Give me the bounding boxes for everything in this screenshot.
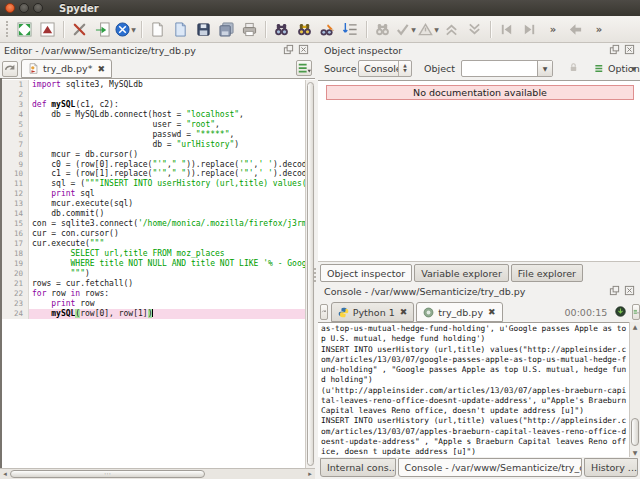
code-text: def mySQL(c1, c2): — [29, 100, 305, 110]
scrollbar-thumb[interactable]: ⋯ — [10, 470, 205, 478]
close-panel-icon[interactable] — [298, 44, 309, 55]
dock-tab-object-inspector[interactable]: Object inspector — [320, 264, 412, 282]
todo-list-icon: ▼ — [395, 19, 416, 40]
console-output-line: Capital leaves Reno office, doesn't upda… — [321, 406, 637, 416]
lock-icon[interactable] — [568, 62, 582, 76]
code-editor[interactable]: 1import sqlite3, MySQLdb23def mySQL(c1, … — [0, 78, 315, 468]
fix-indentation-icon[interactable] — [340, 19, 361, 40]
code-line[interactable]: 3def mySQL(c1, c2): — [0, 100, 305, 110]
new-file-icon[interactable] — [147, 19, 168, 40]
last-edit-location-icon — [496, 19, 517, 40]
find-icon[interactable] — [271, 19, 292, 40]
dock-tab-file-explorer[interactable]: File explorer — [511, 264, 583, 282]
editor-panel-title: Editor - /var/www/Semanticize/try_db.py — [4, 45, 196, 56]
code-line[interactable]: 10 c1 = (row[1].replace("'"," ")).replac… — [0, 169, 305, 179]
browse-tabs-icon[interactable] — [2, 61, 18, 77]
replace-icon[interactable] — [317, 19, 338, 40]
source-combobox[interactable]: Console ▲▼ — [358, 60, 412, 77]
code-line[interactable]: 8 mcur = db.cursor() — [0, 150, 305, 160]
dock-tab-variable-explorer[interactable]: Variable explorer — [414, 264, 509, 282]
scroll-down-icon[interactable]: ▼ — [630, 448, 640, 457]
print-icon[interactable] — [239, 19, 260, 40]
browse-tabs-icon[interactable] — [320, 304, 328, 320]
close-panel-icon[interactable] — [624, 44, 635, 55]
object-combobox[interactable]: ▼ — [461, 60, 553, 77]
code-line[interactable]: 14 db.commit() — [0, 209, 305, 219]
search-disabled-icon — [372, 19, 393, 40]
code-line[interactable]: 11 sql = ("""INSERT INTO userHistory (ur… — [0, 179, 305, 189]
scroll-up-icon[interactable]: ▲ — [630, 322, 640, 331]
options-lines-icon[interactable] — [594, 63, 605, 74]
dropdown-arrow-icon[interactable]: ▼ — [537, 61, 552, 76]
overflow-icon[interactable]: » — [588, 19, 609, 40]
code-line[interactable]: 5 user = "root", — [0, 120, 305, 130]
scroll-left-icon[interactable]: ◂ — [0, 469, 10, 479]
code-text: con = sqlite3.connect('/home/monica/.moz… — [29, 219, 305, 229]
maximize-pane-icon[interactable] — [14, 19, 35, 40]
console-tab-try_db-py[interactable]: try_db.py✖ — [416, 302, 502, 322]
tools-icon[interactable] — [69, 19, 90, 40]
code-line[interactable]: 7 db = "urlHistory") — [0, 140, 305, 150]
open-file-icon[interactable] — [170, 19, 191, 40]
code-line[interactable]: 20 """) — [0, 269, 305, 279]
editor-tab[interactable]: try_db.py* ✖ — [21, 59, 112, 78]
console-output-line: und-holding" , "Google passes Apple as t… — [321, 365, 637, 375]
code-line[interactable]: 24 mySQL(row[0], row[1]) — [0, 309, 305, 319]
code-line[interactable]: 17cur.execute(""" — [0, 239, 305, 249]
editor-options-icon[interactable] — [296, 60, 312, 76]
code-line[interactable]: 12 print sql — [0, 189, 305, 199]
code-line[interactable]: 1import sqlite3, MySQLdb — [0, 80, 305, 90]
find-in-files-icon[interactable] — [294, 19, 315, 40]
toolbar-drag-handle[interactable] — [6, 21, 10, 37]
code-line[interactable]: 2 — [0, 90, 305, 100]
import-wizard-icon[interactable] — [92, 19, 113, 40]
undock-panel-icon[interactable] — [609, 44, 620, 55]
line-number: 6 — [0, 130, 29, 140]
console-options-icon[interactable] — [632, 304, 640, 320]
bottom-tab-console-var-www-semanticize-try-db[interactable]: Console - /var/www/Semanticize/try_db... — [398, 458, 582, 477]
close-tab-icon[interactable]: ✖ — [488, 307, 496, 317]
code-line[interactable]: 16cur = con.cursor() — [0, 229, 305, 239]
code-line[interactable]: 9 c0 = (row[0].replace("'"," ")).replace… — [0, 160, 305, 170]
restore-pane-icon[interactable] — [37, 19, 58, 40]
close-tab-icon[interactable]: ✖ — [98, 64, 106, 74]
console-output-line: INSERT INTO userHistory (url,title) valu… — [321, 345, 637, 355]
scroll-right-icon[interactable]: ▸ — [305, 469, 315, 479]
close-tab-icon[interactable]: ✖ — [400, 307, 408, 317]
console-output-line: om/articles/13/03/07/google-passes-apple… — [321, 355, 637, 365]
undock-panel-icon[interactable] — [609, 285, 620, 296]
code-line[interactable]: 21rows = cur.fetchall() — [0, 279, 305, 289]
undock-panel-icon[interactable] — [283, 44, 294, 55]
code-line[interactable]: 6 passwd = "*****", — [0, 130, 305, 140]
code-line[interactable]: 4 db = MySQLdb.connect(host = "localhost… — [0, 110, 305, 120]
spinner-arrows-icon[interactable]: ▲▼ — [398, 61, 411, 76]
code-line[interactable]: 18 SELECT url,title FROM moz_places — [0, 249, 305, 259]
code-line[interactable]: 13 mcur.execute(sql) — [0, 199, 305, 209]
code-line[interactable]: 22for row in rows: — [0, 289, 305, 299]
window-minimize-button[interactable] — [19, 3, 29, 13]
overflow-icon[interactable]: » — [542, 19, 563, 40]
save-all-icon[interactable] — [216, 19, 237, 40]
scrollbar-thumb[interactable] — [631, 418, 639, 446]
window-close-button[interactable] — [5, 3, 15, 13]
close-panel-icon[interactable] — [624, 285, 635, 296]
line-number: 24 — [0, 309, 29, 319]
window-maximize-button[interactable] — [33, 3, 43, 13]
right-column: Object inspector Source Console ▲▼ Objec… — [318, 43, 640, 479]
bottom-tab-history[interactable]: History ... — [584, 458, 638, 477]
save-icon[interactable] — [193, 19, 214, 40]
line-number: 3 — [0, 100, 29, 110]
console-output[interactable]: as-top-us-mutual-hedge-fund-holding', u'… — [318, 322, 640, 457]
console-tab-python-1[interactable]: Python 1✖ — [331, 302, 415, 322]
code-line[interactable]: 15con = sqlite3.connect('/home/monica/.m… — [0, 219, 305, 229]
console-scrollbar[interactable]: ▲ ▼ — [629, 322, 640, 457]
preferences-icon[interactable]: ▼ — [115, 19, 136, 40]
code-line[interactable]: 23 print row — [0, 299, 305, 309]
terminate-icon[interactable] — [615, 306, 626, 319]
code-line[interactable]: 19 WHERE title NOT NULL AND title NOT LI… — [0, 259, 305, 269]
code-text: WHERE title NOT NULL AND title NOT LIKE … — [29, 259, 305, 269]
console-output-line: om/articles/13/03/07/apples-braeburn-cap… — [321, 427, 637, 437]
bottom-tab-internal-cons[interactable]: Internal cons... — [320, 458, 396, 477]
editor-horizontal-scrollbar[interactable]: ◂ ⋯ ▸ — [0, 468, 315, 479]
chevron-down-icon: ▼ — [631, 65, 636, 72]
